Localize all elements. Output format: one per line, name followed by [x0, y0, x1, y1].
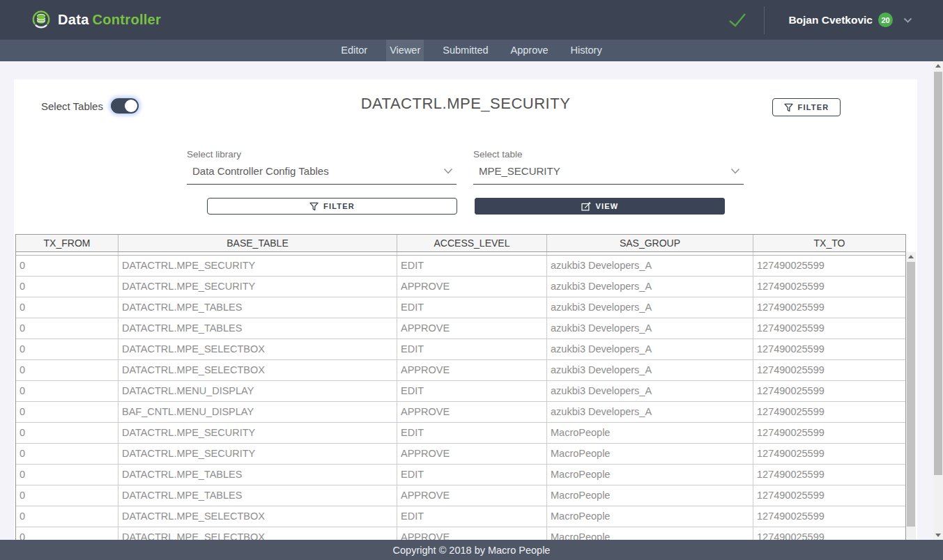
table-cell: EDIT [397, 256, 547, 276]
chevron-down-icon [730, 168, 740, 174]
table-cell: 127490025599 [753, 297, 905, 318]
table-row: 0DATACTRL.MPE_SECURITYAPPROVEMacroPeople… [16, 444, 905, 465]
table-cell: BAF_CNTL.MENU_DISPLAY [118, 402, 397, 422]
brand-name: DataController [58, 12, 161, 28]
table-cell: DATACTRL.MPE_SELECTBOX [118, 360, 397, 380]
table-cell: DATACTRL.MPE_SELECTBOX [118, 506, 397, 527]
table-cell: 0 [16, 465, 118, 485]
table-cell: azukbi3 Developers_A [547, 256, 753, 276]
column-header-tx_to[interactable]: TX_TO [753, 235, 905, 251]
table-cell: DATACTRL.MPE_SECURITY [118, 277, 397, 297]
navbar-right: Bojan Cvetkovic 20 [726, 0, 912, 40]
tab-history[interactable]: History [567, 40, 606, 61]
user-menu[interactable]: Bojan Cvetkovic 20 [788, 13, 912, 27]
library-select[interactable]: Select library Data Controller Config Ta… [187, 149, 457, 185]
column-header-access_level[interactable]: ACCESS_LEVEL [397, 235, 547, 251]
table-cell: 0 [16, 444, 118, 464]
top-navbar: DataController Bojan Cvetkovic 20 [0, 0, 943, 40]
data-table: TX_FROMBASE_TABLEACCESS_LEVELSAS_GROUPTX… [15, 234, 916, 540]
table-cell: APPROVE [397, 360, 547, 380]
table-scrollbar-thumb[interactable] [907, 262, 915, 527]
tab-editor[interactable]: Editor [337, 40, 371, 61]
table-select-label: Select table [473, 149, 744, 160]
tab-submitted[interactable]: Submitted [439, 40, 491, 61]
tab-approve[interactable]: Approve [507, 40, 552, 61]
table-cell: 0 [16, 423, 118, 443]
table-cell: 127490025599 [753, 360, 905, 380]
scroll-up-arrow-icon[interactable] [906, 252, 916, 261]
page-scrollbar[interactable] [933, 61, 943, 540]
page-scrollbar-thumb[interactable] [934, 72, 942, 475]
tab-bar: EditorViewerSubmittedApproveHistory [0, 40, 943, 61]
table-cell: EDIT [397, 506, 547, 527]
table-cell: azukbi3 Developers_A [547, 318, 753, 339]
table-cell: APPROVE [397, 318, 547, 339]
table-scrollbar[interactable] [906, 252, 916, 540]
tab-viewer[interactable]: Viewer [386, 40, 424, 61]
brand-logo[interactable]: DataController [31, 8, 161, 32]
library-select-value: Data Controller Config Tables [192, 165, 329, 177]
table-cell: 127490025599 [753, 506, 905, 527]
filter-button-label: FILTER [323, 202, 355, 210]
table-select[interactable]: Select table MPE_SECURITY [473, 149, 744, 185]
table-cell: MacroPeople [547, 506, 753, 527]
navbar-divider [764, 6, 765, 34]
data-table-header: TX_FROMBASE_TABLEACCESS_LEVELSAS_GROUPTX… [15, 234, 906, 252]
table-cell: 0 [16, 381, 118, 401]
table-cell: MacroPeople [547, 444, 753, 464]
edit-icon [581, 202, 591, 211]
scroll-up-arrow-icon[interactable] [933, 61, 943, 70]
chevron-down-icon [903, 17, 912, 23]
table-cell: EDIT [397, 297, 547, 318]
table-row: 0DATACTRL.MENU_DISPLAYEDITazukbi3 Develo… [16, 381, 905, 402]
table-cell: DATACTRL.MPE_SELECTBOX [118, 339, 397, 359]
user-name: Bojan Cvetkovic [788, 14, 873, 26]
table-cell: DATACTRL.MENU_DISPLAY [118, 381, 397, 401]
footer: Copyright © 2018 by Macro People [0, 540, 943, 560]
table-cell: 127490025599 [753, 465, 905, 485]
table-cell: DATACTRL.MPE_TABLES [118, 297, 397, 318]
filter-button[interactable]: FILTER [207, 198, 457, 215]
data-table-body: 0DATACTRL.MPE_SECURITYEDITazukbi3 Develo… [15, 252, 906, 540]
table-cell: azukbi3 Developers_A [547, 277, 753, 297]
table-row: 0DATACTRL.MPE_SECURITYEDITMacroPeople127… [16, 423, 905, 444]
table-row: 0DATACTRL.MPE_TABLESAPPROVEazukbi3 Devel… [16, 318, 905, 339]
table-cell: azukbi3 Developers_A [547, 297, 753, 318]
table-cell: MacroPeople [547, 527, 753, 540]
column-header-tx_from[interactable]: TX_FROM [16, 235, 118, 251]
view-button[interactable]: VIEW [475, 198, 725, 215]
table-row: 0DATACTRL.MPE_SELECTBOXAPPROVEazukbi3 De… [16, 360, 905, 381]
view-button-label: VIEW [596, 202, 619, 210]
column-header-sas_group[interactable]: SAS_GROUP [547, 235, 753, 251]
table-cell: DATACTRL.MPE_SELECTBOX [118, 527, 397, 540]
table-cell: EDIT [397, 339, 547, 359]
table-cell: 127490025599 [753, 485, 905, 506]
filter-button-top[interactable]: FILTER [772, 98, 841, 116]
table-cell: azukbi3 Developers_A [547, 381, 753, 401]
table-cell: 127490025599 [753, 527, 905, 540]
table-cell: 127490025599 [753, 423, 905, 443]
check-icon [726, 11, 749, 29]
copyright-text: Copyright © 2018 by Macro People [393, 545, 551, 556]
column-header-base_table[interactable]: BASE_TABLE [118, 235, 397, 251]
table-cell: azukbi3 Developers_A [547, 360, 753, 380]
table-cell: 0 [16, 339, 118, 359]
table-cell: DATACTRL.MPE_TABLES [118, 318, 397, 339]
table-cell: EDIT [397, 381, 547, 401]
table-cell: APPROVE [397, 277, 547, 297]
app-root: DataController Bojan Cvetkovic 20 Editor… [0, 0, 943, 560]
library-select-value-row: Data Controller Config Tables [187, 165, 457, 185]
table-cell: DATACTRL.MPE_SECURITY [118, 423, 397, 443]
table-cell: DATACTRL.MPE_SECURITY [118, 444, 397, 464]
scroll-down-arrow-icon[interactable] [933, 531, 943, 540]
table-row: 0DATACTRL.MPE_TABLESEDITazukbi3 Develope… [16, 297, 905, 318]
table-row: 0DATACTRL.MPE_SELECTBOXEDITazukbi3 Devel… [16, 339, 905, 360]
user-badge: 20 [878, 13, 893, 27]
table-cell: 127490025599 [753, 381, 905, 401]
table-cell: 0 [16, 360, 118, 380]
table-cell: 0 [16, 402, 118, 422]
table-cell: EDIT [397, 423, 547, 443]
table-cell: APPROVE [397, 444, 547, 464]
table-cell: DATACTRL.MPE_TABLES [118, 465, 397, 485]
table-cell: MacroPeople [547, 423, 753, 443]
